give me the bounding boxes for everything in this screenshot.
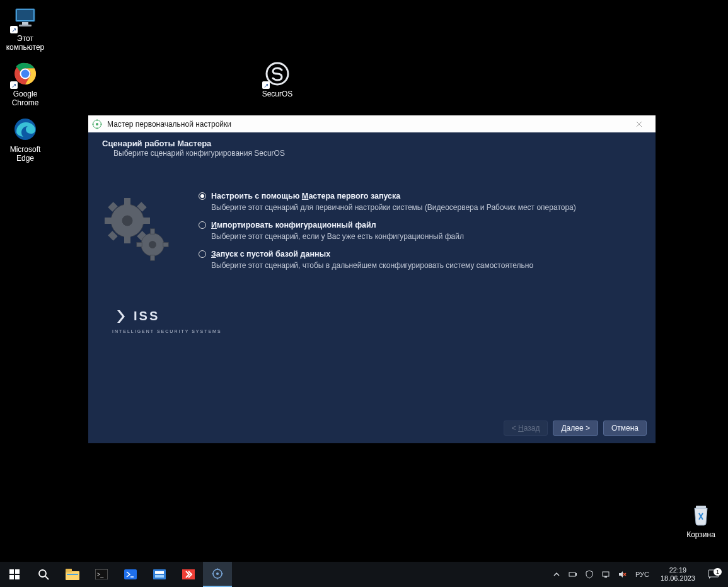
svg-rect-37 xyxy=(67,574,78,575)
taskbar-app-explorer[interactable] xyxy=(58,562,87,587)
shortcut-arrow-icon: ↗ xyxy=(262,81,270,89)
tray-network-icon[interactable] xyxy=(599,562,613,587)
svg-rect-15 xyxy=(124,236,130,243)
desktop-icon-label: GoogleChrome xyxy=(0,90,50,107)
svg-point-33 xyxy=(39,570,46,577)
shortcut-arrow-icon: ↗ xyxy=(10,81,18,89)
notification-badge: 1 xyxy=(714,568,722,576)
anydesk-icon xyxy=(182,569,195,579)
radio-unselected-icon[interactable] xyxy=(199,221,206,229)
search-button[interactable] xyxy=(29,562,58,587)
back-button: < Назад xyxy=(504,421,548,436)
wizard-options: Настроить с помощью Мастера первого запу… xyxy=(199,192,637,279)
gears-icon xyxy=(101,195,176,271)
svg-rect-48 xyxy=(575,573,577,576)
vendor-logo-sub: INTELLIGENT SECURITY SYSTEMS xyxy=(112,329,222,334)
taskbar-app-securos-wizard[interactable] xyxy=(203,562,232,587)
svg-rect-35 xyxy=(66,571,79,580)
svg-rect-31 xyxy=(9,575,14,579)
windows-logo-icon xyxy=(9,569,20,579)
svg-rect-47 xyxy=(569,572,575,576)
network-icon xyxy=(601,570,610,579)
svg-rect-29 xyxy=(9,569,14,574)
tray-overflow-button[interactable] xyxy=(550,562,563,587)
wizard-subheading: Выберите сценарий конфигурирования Secur… xyxy=(102,149,642,158)
option-title: Запуск с пустой базой данных xyxy=(211,250,330,259)
taskbar-app-powershell[interactable] xyxy=(116,562,145,587)
tray-clock[interactable]: 22:19 18.06.2023 xyxy=(656,566,700,583)
svg-point-46 xyxy=(216,572,219,575)
cancel-button[interactable]: Отмена xyxy=(603,421,647,436)
option-title: Настроить с помощью Мастера первого запу… xyxy=(211,192,400,201)
taskbar-app-server-manager[interactable] xyxy=(145,562,174,587)
desktop[interactable]: ↗ Этоткомпьютер ↗ GoogleChrome Microsoft… xyxy=(0,0,728,562)
chevron-up-icon xyxy=(553,571,560,578)
svg-point-23 xyxy=(149,241,156,248)
tray-language[interactable]: РУС xyxy=(632,562,653,587)
desktop-icon-label: Этоткомпьютер xyxy=(0,34,50,52)
tray-security-icon[interactable] xyxy=(582,562,596,587)
svg-rect-36 xyxy=(66,569,72,572)
system-tray: РУС 22:19 18.06.2023 1 xyxy=(550,562,728,587)
server-manager-icon xyxy=(153,569,166,579)
svg-rect-26 xyxy=(137,243,142,247)
wizard-heading: Сценарий работы Мастера xyxy=(102,139,642,148)
svg-rect-9 xyxy=(696,506,706,508)
taskbar[interactable]: >_ РУС 22:19 18.06.2023 xyxy=(0,562,728,587)
wizard-window: Мастер первоначальной настройки Сценарий… xyxy=(88,115,656,443)
shield-icon xyxy=(585,570,594,579)
desktop-icon-this-pc[interactable]: ↗ Этоткомпьютер xyxy=(0,5,50,52)
svg-rect-42 xyxy=(155,571,164,574)
svg-rect-24 xyxy=(151,229,155,234)
option-desc: Выберите этот сценарий, чтобы в дальнейш… xyxy=(211,261,637,270)
svg-rect-50 xyxy=(604,576,607,578)
svg-point-11 xyxy=(96,123,98,125)
svg-text:>_: >_ xyxy=(97,571,104,578)
svg-rect-1 xyxy=(17,10,33,20)
option-first-run-wizard[interactable]: Настроить с помощью Мастера первого запу… xyxy=(199,192,637,212)
svg-rect-25 xyxy=(151,255,155,260)
radio-selected-icon[interactable] xyxy=(199,192,206,200)
svg-rect-27 xyxy=(163,243,168,247)
window-close-button[interactable] xyxy=(627,115,652,132)
svg-rect-16 xyxy=(105,218,112,224)
titlebar[interactable]: Мастер первоначальной настройки xyxy=(88,115,656,132)
desktop-icon-securos[interactable]: ↗ SecurOS xyxy=(252,61,303,98)
svg-rect-43 xyxy=(155,575,164,578)
taskbar-app-anydesk[interactable] xyxy=(174,562,203,587)
next-button[interactable]: Далее > xyxy=(553,421,598,436)
tray-volume-icon[interactable] xyxy=(615,562,629,587)
svg-text:ISS: ISS xyxy=(134,309,159,323)
shortcut-arrow-icon: ↗ xyxy=(10,26,18,33)
option-import-config[interactable]: Импортировать конфигурационный файл Выбе… xyxy=(199,221,637,241)
svg-line-34 xyxy=(45,576,49,579)
recycle-bin-icon xyxy=(688,501,714,528)
wizard-body: Сценарий работы Мастера Выберите сценари… xyxy=(88,132,656,443)
start-button[interactable] xyxy=(0,562,29,587)
desktop-icon-label: Корзина xyxy=(676,530,726,539)
radio-unselected-icon[interactable] xyxy=(199,250,206,258)
wizard-app-icon xyxy=(211,567,224,580)
chrome-icon: ↗ xyxy=(12,61,38,87)
option-empty-db[interactable]: Запуск с пустой базой данных Выберите эт… xyxy=(199,250,637,270)
action-center-button[interactable]: 1 xyxy=(703,569,724,579)
desktop-icon-edge[interactable]: MicrosoftEdge xyxy=(0,116,50,163)
desktop-icon-recycle-bin[interactable]: Корзина xyxy=(676,501,726,539)
taskbar-app-cmd[interactable]: >_ xyxy=(87,562,116,587)
computer-icon: ↗ xyxy=(12,5,38,32)
tray-date: 18.06.2023 xyxy=(661,574,695,583)
svg-point-6 xyxy=(21,70,30,78)
desktop-icon-chrome[interactable]: ↗ GoogleChrome xyxy=(0,61,50,107)
option-title: Импортировать конфигурационный файл xyxy=(211,221,376,230)
option-desc: Выберите этот сценарий, если у Вас уже е… xyxy=(211,232,637,241)
svg-rect-3 xyxy=(19,25,32,26)
desktop-icon-label: SecurOS xyxy=(252,90,303,98)
vendor-logo: ISS INTELLIGENT SECURITY SYSTEMS xyxy=(112,308,222,334)
svg-rect-30 xyxy=(15,569,20,574)
svg-rect-32 xyxy=(15,575,20,579)
option-desc: Выберите этот сценарий для первичной нас… xyxy=(211,203,637,212)
svg-rect-2 xyxy=(22,22,28,25)
tray-time: 22:19 xyxy=(661,566,695,574)
tray-power-icon[interactable] xyxy=(566,562,580,587)
securos-icon: ↗ xyxy=(264,61,291,87)
